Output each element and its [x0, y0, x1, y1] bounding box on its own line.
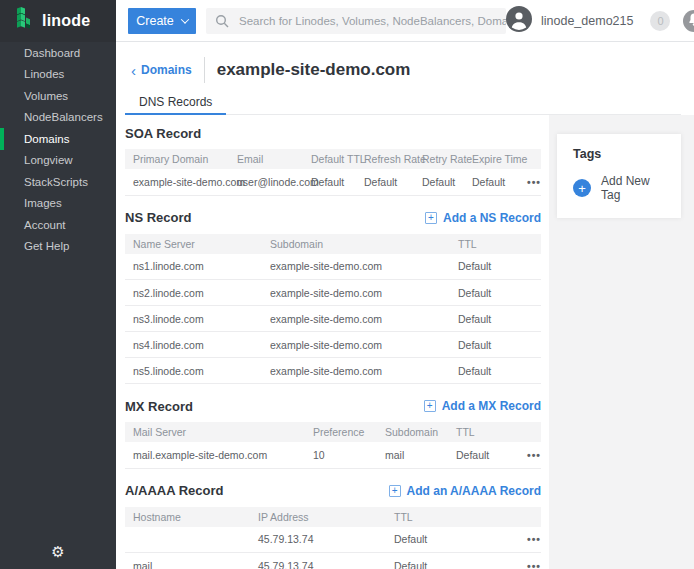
a-aaaa-record-section: A/AAAA Record Add an A/AAAA Record Hostn… [125, 482, 541, 569]
table-cell: example-site-demo.com [262, 358, 450, 384]
table-row: ns1.linode.comexample-site-demo.comDefau… [125, 254, 541, 280]
plus-square-icon [424, 400, 436, 412]
table-cell: mail [377, 442, 448, 468]
column-header: Refresh Rate [356, 149, 414, 169]
plus-circle-icon [573, 179, 591, 197]
table-row: mail45.79.13.74Default••• [125, 553, 541, 569]
global-search [206, 8, 506, 34]
column-header: Default TTL [303, 149, 356, 169]
breadcrumb: Domains example-site-demo.com [131, 56, 681, 84]
table-cell: 45.79.13.74 [250, 527, 386, 553]
page-header: Domains example-site-demo.com DNS Record… [116, 56, 694, 115]
table-row: ns5.linode.comexample-site-demo.comDefau… [125, 358, 541, 384]
breadcrumb-divider [204, 57, 205, 83]
ns-record-section: NS Record Add a NS Record Name ServerSub… [125, 209, 541, 385]
table-cell: Default [386, 553, 505, 569]
section-title-soa: SOA Record [125, 126, 201, 141]
column-header: Expire Time [464, 149, 516, 169]
sidebar-item-nodebalancers[interactable]: NodeBalancers [0, 107, 116, 129]
top-header: Create linode_demo [116, 0, 694, 42]
notifications-bell-button[interactable] [683, 10, 694, 32]
section-title-mx: MX Record [125, 399, 193, 414]
sidebar-item-dashboard[interactable]: Dashboard [0, 42, 116, 64]
page-title: example-site-demo.com [217, 60, 411, 80]
table-cell: ns4.linode.com [125, 332, 262, 358]
breadcrumb-domains-link[interactable]: Domains [131, 62, 192, 79]
add-mx-record-button[interactable]: Add a MX Record [424, 399, 541, 413]
search-input[interactable] [206, 8, 506, 34]
table-row: 45.79.13.74Default••• [125, 527, 541, 553]
table-cell: example-site-demo.com [262, 254, 450, 280]
sidebar-item-domains[interactable]: Domains [0, 128, 116, 150]
linode-logo-text: linode [42, 12, 90, 30]
table-cell: mail.example-site-demo.com [125, 442, 305, 468]
row-actions-ellipsis-button[interactable]: ••• [516, 169, 541, 195]
table-cell: Default [448, 442, 505, 468]
plus-square-icon [389, 485, 401, 497]
column-header: Name Server [125, 234, 262, 254]
table-cell: mail [125, 553, 250, 569]
sidebar-nav: DashboardLinodesVolumesNodeBalancersDoma… [0, 42, 116, 257]
notification-count-badge[interactable]: 0 [650, 11, 670, 31]
column-header-actions [505, 422, 541, 442]
add-a-aaaa-record-button[interactable]: Add an A/AAAA Record [389, 484, 541, 498]
username: linode_demo215 [541, 14, 633, 28]
table-cell: ns5.linode.com [125, 358, 262, 384]
column-header: Subdomain [377, 422, 448, 442]
column-header: IP Address [250, 507, 386, 527]
bell-icon [688, 12, 694, 30]
column-header: TTL [448, 422, 505, 442]
right-panel: Tags Add New Tag [549, 115, 694, 569]
table-cell: Default [356, 169, 414, 195]
row-actions-ellipsis-button[interactable]: ••• [505, 527, 541, 553]
settings-gear-icon[interactable] [51, 543, 64, 561]
add-new-tag-button[interactable]: Add New Tag [573, 174, 665, 202]
column-header: Subdomain [262, 234, 450, 254]
column-header-actions [505, 507, 541, 527]
avatar-icon [506, 6, 532, 36]
linode-logo[interactable]: linode [0, 0, 116, 42]
row-actions-ellipsis-button[interactable]: ••• [505, 553, 541, 569]
records-column: SOA Record Primary DomainEmailDefault TT… [116, 115, 549, 569]
section-title-ns: NS Record [125, 210, 191, 225]
create-button-label: Create [136, 14, 174, 28]
sidebar-item-account[interactable]: Account [0, 214, 116, 236]
column-header: TTL [386, 507, 505, 527]
add-mx-record-label: Add a MX Record [442, 399, 541, 413]
table-cell: ns1.linode.com [125, 254, 262, 280]
table-cell: Default [450, 254, 541, 280]
table-cell: example-site-demo.com [125, 169, 229, 195]
user-menu-button[interactable]: linode_demo215 [506, 6, 633, 36]
column-header: Hostname [125, 507, 250, 527]
table-cell: Default [450, 332, 541, 358]
tab-dns-records[interactable]: DNS Records [125, 90, 226, 115]
sidebar-item-volumes[interactable]: Volumes [0, 85, 116, 107]
add-ns-record-label: Add a NS Record [443, 211, 541, 225]
sidebar-item-get-help[interactable]: Get Help [0, 236, 116, 258]
soa-record-section: SOA Record Primary DomainEmailDefault TT… [125, 124, 541, 196]
table-cell: ns2.linode.com [125, 280, 262, 306]
create-button[interactable]: Create [128, 8, 196, 34]
sidebar-item-linodes[interactable]: Linodes [0, 64, 116, 86]
row-actions-ellipsis-button[interactable]: ••• [505, 442, 541, 468]
table-row: ns2.linode.comexample-site-demo.comDefau… [125, 280, 541, 306]
column-header: Mail Server [125, 422, 305, 442]
table-row: example-site-demo.comuser@linode.comDefa… [125, 169, 541, 195]
column-header: Preference [305, 422, 377, 442]
table-cell: Default [414, 169, 464, 195]
table-cell: Default [464, 169, 516, 195]
mx-record-section: MX Record Add a MX Record Mail ServerPre… [125, 397, 541, 469]
add-new-tag-label: Add New Tag [601, 174, 665, 202]
table-cell: ns3.linode.com [125, 306, 262, 332]
chevron-down-icon [181, 15, 189, 23]
table-cell: Default [386, 527, 505, 553]
column-header: Primary Domain [125, 149, 229, 169]
table-row: ns3.linode.comexample-site-demo.comDefau… [125, 306, 541, 332]
sidebar-item-longview[interactable]: Longview [0, 150, 116, 172]
sidebar-item-stackscripts[interactable]: StackScripts [0, 171, 116, 193]
table-cell: user@linode.com [229, 169, 303, 195]
column-header: Retry Rate [414, 149, 464, 169]
add-ns-record-button[interactable]: Add a NS Record [425, 211, 541, 225]
table-cell: Default [303, 169, 356, 195]
sidebar-item-images[interactable]: Images [0, 193, 116, 215]
